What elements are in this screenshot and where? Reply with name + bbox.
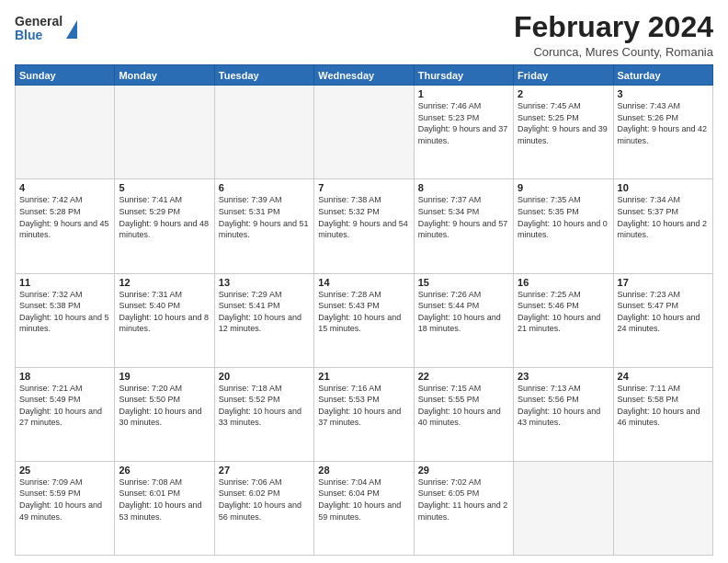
day-number: 25	[19, 465, 110, 476]
table-row: 29Sunrise: 7:02 AM Sunset: 6:05 PM Dayli…	[414, 461, 513, 555]
day-number: 21	[318, 371, 409, 382]
table-row: 23Sunrise: 7:13 AM Sunset: 5:56 PM Dayli…	[514, 367, 613, 461]
day-number: 29	[418, 465, 509, 476]
table-row: 8Sunrise: 7:37 AM Sunset: 5:34 PM Daylig…	[414, 179, 513, 273]
day-number: 6	[219, 182, 310, 193]
day-number: 24	[618, 371, 709, 382]
day-info: Sunrise: 7:08 AM Sunset: 6:01 PM Dayligh…	[119, 477, 210, 523]
day-number: 8	[418, 182, 509, 193]
day-number: 13	[219, 277, 310, 288]
day-number: 3	[618, 88, 709, 99]
day-info: Sunrise: 7:29 AM Sunset: 5:41 PM Dayligh…	[219, 289, 310, 335]
logo-general-text: General	[15, 15, 63, 29]
day-number: 10	[618, 182, 709, 193]
table-row: 14Sunrise: 7:28 AM Sunset: 5:43 PM Dayli…	[314, 273, 414, 367]
col-friday: Friday	[514, 65, 613, 86]
table-row	[16, 86, 115, 179]
col-sunday: Sunday	[16, 65, 115, 86]
month-title: February 2024	[514, 11, 713, 43]
col-saturday: Saturday	[613, 65, 712, 86]
table-row: 7Sunrise: 7:38 AM Sunset: 5:32 PM Daylig…	[314, 179, 414, 273]
day-number: 22	[418, 371, 509, 382]
col-tuesday: Tuesday	[214, 65, 313, 86]
day-info: Sunrise: 7:23 AM Sunset: 5:47 PM Dayligh…	[618, 289, 709, 335]
day-info: Sunrise: 7:13 AM Sunset: 5:56 PM Dayligh…	[518, 383, 609, 429]
day-info: Sunrise: 7:11 AM Sunset: 5:58 PM Dayligh…	[618, 383, 709, 429]
table-row	[214, 86, 313, 179]
day-info: Sunrise: 7:02 AM Sunset: 6:05 PM Dayligh…	[418, 477, 509, 523]
day-number: 23	[518, 371, 609, 382]
day-info: Sunrise: 7:15 AM Sunset: 5:55 PM Dayligh…	[418, 383, 509, 429]
day-info: Sunrise: 7:31 AM Sunset: 5:40 PM Dayligh…	[119, 289, 210, 335]
calendar-week-row: 11Sunrise: 7:32 AM Sunset: 5:38 PM Dayli…	[16, 273, 713, 367]
day-info: Sunrise: 7:35 AM Sunset: 5:35 PM Dayligh…	[518, 194, 609, 240]
day-info: Sunrise: 7:16 AM Sunset: 5:53 PM Dayligh…	[318, 383, 409, 429]
table-row: 21Sunrise: 7:16 AM Sunset: 5:53 PM Dayli…	[314, 367, 414, 461]
logo-triangle-icon	[66, 20, 77, 39]
day-info: Sunrise: 7:21 AM Sunset: 5:49 PM Dayligh…	[19, 383, 110, 429]
day-number: 27	[219, 465, 310, 476]
location-title: Corunca, Mures County, Romania	[514, 45, 713, 59]
day-number: 5	[119, 182, 210, 193]
col-wednesday: Wednesday	[314, 65, 414, 86]
calendar-table: Sunday Monday Tuesday Wednesday Thursday…	[15, 64, 713, 556]
page: General Blue February 2024 Corunca, Mure…	[0, 0, 728, 563]
table-row: 6Sunrise: 7:39 AM Sunset: 5:31 PM Daylig…	[214, 179, 313, 273]
day-info: Sunrise: 7:26 AM Sunset: 5:44 PM Dayligh…	[418, 289, 509, 335]
table-row: 11Sunrise: 7:32 AM Sunset: 5:38 PM Dayli…	[16, 273, 115, 367]
day-info: Sunrise: 7:45 AM Sunset: 5:25 PM Dayligh…	[518, 100, 609, 146]
table-row: 18Sunrise: 7:21 AM Sunset: 5:49 PM Dayli…	[16, 367, 115, 461]
calendar-week-row: 4Sunrise: 7:42 AM Sunset: 5:28 PM Daylig…	[16, 179, 713, 273]
logo: General Blue	[15, 15, 77, 43]
day-number: 15	[418, 277, 509, 288]
day-number: 14	[318, 277, 409, 288]
day-number: 9	[518, 182, 609, 193]
table-row: 16Sunrise: 7:25 AM Sunset: 5:46 PM Dayli…	[514, 273, 613, 367]
table-row	[514, 461, 613, 555]
day-info: Sunrise: 7:41 AM Sunset: 5:29 PM Dayligh…	[119, 194, 210, 240]
calendar-header-row: Sunday Monday Tuesday Wednesday Thursday…	[16, 65, 713, 86]
day-number: 17	[618, 277, 709, 288]
table-row: 10Sunrise: 7:34 AM Sunset: 5:37 PM Dayli…	[613, 179, 712, 273]
day-info: Sunrise: 7:09 AM Sunset: 5:59 PM Dayligh…	[19, 477, 110, 523]
day-number: 18	[19, 371, 110, 382]
table-row: 1Sunrise: 7:46 AM Sunset: 5:23 PM Daylig…	[414, 86, 513, 179]
day-number: 26	[119, 465, 210, 476]
day-info: Sunrise: 7:32 AM Sunset: 5:38 PM Dayligh…	[19, 289, 110, 335]
day-info: Sunrise: 7:28 AM Sunset: 5:43 PM Dayligh…	[318, 289, 409, 335]
table-row: 26Sunrise: 7:08 AM Sunset: 6:01 PM Dayli…	[115, 461, 214, 555]
table-row: 17Sunrise: 7:23 AM Sunset: 5:47 PM Dayli…	[613, 273, 712, 367]
day-number: 12	[119, 277, 210, 288]
table-row: 22Sunrise: 7:15 AM Sunset: 5:55 PM Dayli…	[414, 367, 513, 461]
day-number: 4	[19, 182, 110, 193]
day-info: Sunrise: 7:04 AM Sunset: 6:04 PM Dayligh…	[318, 477, 409, 523]
day-number: 28	[318, 465, 409, 476]
day-number: 1	[418, 88, 509, 99]
table-row: 9Sunrise: 7:35 AM Sunset: 5:35 PM Daylig…	[514, 179, 613, 273]
day-number: 11	[19, 277, 110, 288]
table-row: 3Sunrise: 7:43 AM Sunset: 5:26 PM Daylig…	[613, 86, 712, 179]
day-info: Sunrise: 7:34 AM Sunset: 5:37 PM Dayligh…	[618, 194, 709, 240]
table-row	[115, 86, 214, 179]
header: General Blue February 2024 Corunca, Mure…	[15, 11, 713, 59]
table-row: 20Sunrise: 7:18 AM Sunset: 5:52 PM Dayli…	[214, 367, 313, 461]
day-info: Sunrise: 7:25 AM Sunset: 5:46 PM Dayligh…	[518, 289, 609, 335]
day-info: Sunrise: 7:39 AM Sunset: 5:31 PM Dayligh…	[219, 194, 310, 240]
day-number: 16	[518, 277, 609, 288]
calendar-week-row: 25Sunrise: 7:09 AM Sunset: 5:59 PM Dayli…	[16, 461, 713, 555]
day-info: Sunrise: 7:06 AM Sunset: 6:02 PM Dayligh…	[219, 477, 310, 523]
day-number: 19	[119, 371, 210, 382]
table-row: 25Sunrise: 7:09 AM Sunset: 5:59 PM Dayli…	[16, 461, 115, 555]
table-row	[314, 86, 414, 179]
day-info: Sunrise: 7:43 AM Sunset: 5:26 PM Dayligh…	[618, 100, 709, 146]
day-info: Sunrise: 7:38 AM Sunset: 5:32 PM Dayligh…	[318, 194, 409, 240]
day-number: 20	[219, 371, 310, 382]
table-row: 15Sunrise: 7:26 AM Sunset: 5:44 PM Dayli…	[414, 273, 513, 367]
table-row: 19Sunrise: 7:20 AM Sunset: 5:50 PM Dayli…	[115, 367, 214, 461]
logo-blue-text: Blue	[15, 29, 63, 42]
day-info: Sunrise: 7:42 AM Sunset: 5:28 PM Dayligh…	[19, 194, 110, 240]
table-row: 24Sunrise: 7:11 AM Sunset: 5:58 PM Dayli…	[613, 367, 712, 461]
table-row	[613, 461, 712, 555]
calendar-week-row: 1Sunrise: 7:46 AM Sunset: 5:23 PM Daylig…	[16, 86, 713, 179]
day-info: Sunrise: 7:37 AM Sunset: 5:34 PM Dayligh…	[418, 194, 509, 240]
